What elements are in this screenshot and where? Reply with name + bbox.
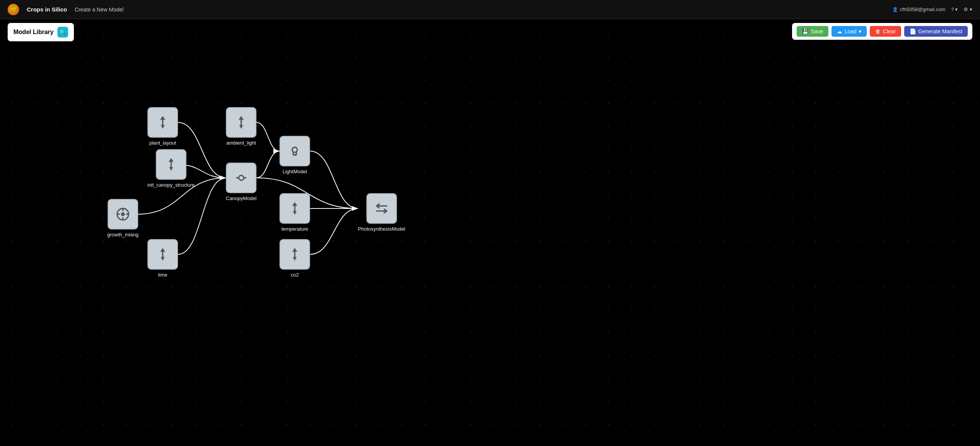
node-label-PhotosynthesisModel: PhotosynthesisModel [358, 226, 405, 232]
node-growth_mlang[interactable]: growth_mlang [107, 199, 139, 238]
help-button[interactable]: ? ▾ [951, 7, 958, 12]
node-LightModel[interactable]: LightModel [279, 136, 310, 174]
clear-button[interactable]: 🗑 Clear [870, 26, 901, 37]
connection-time-to-CanopyModel [178, 178, 226, 254]
manifest-icon: 📄 [910, 28, 916, 34]
app-logo: 🌱 [8, 4, 19, 15]
save-button[interactable]: 💾 Save [797, 26, 828, 37]
load-button[interactable]: ☁ Load ▾ [831, 26, 867, 37]
node-box-growth_mlang[interactable] [108, 199, 138, 230]
svg-point-3 [292, 147, 297, 152]
node-box-LightModel[interactable] [279, 136, 310, 166]
connection-ambient_light-to-LightModel [256, 122, 279, 151]
settings-button[interactable]: ⚙ ▾ [964, 7, 972, 12]
user-email[interactable]: cfh5058@gmail.com [892, 7, 946, 12]
node-box-temperature[interactable] [279, 193, 310, 224]
model-canvas: plant_layoutinit_canopy_structuregrowth_… [0, 19, 980, 446]
node-label-growth_mlang: growth_mlang [107, 232, 139, 238]
node-label-LightModel: LightModel [283, 169, 307, 174]
node-init_canopy_structure[interactable]: init_canopy_structure [147, 149, 195, 188]
node-box-init_canopy_structure[interactable] [156, 149, 186, 180]
connection-LightModel-to-PhotosynthesisModel [310, 151, 358, 208]
toolbar: 💾 Save ☁ Load ▾ 🗑 Clear 📄 Generate Manif… [792, 23, 972, 40]
node-label-ambient_light: ambient_light [226, 140, 256, 146]
save-icon: 💾 [802, 28, 808, 34]
node-box-time[interactable] [147, 239, 178, 270]
load-dropdown-icon: ▾ [859, 28, 861, 34]
top-navigation: 🌱 Crops in Silico Create a New Model cfh… [0, 0, 980, 19]
connection-CanopyModel-to-LightModel [256, 151, 279, 178]
nav-right: cfh5058@gmail.com ? ▾ ⚙ ▾ [892, 7, 972, 12]
save-label: Save [811, 28, 823, 34]
node-label-init_canopy_structure: init_canopy_structure [147, 182, 195, 188]
model-library-label: Model Library [13, 29, 54, 36]
connections-layer [0, 19, 980, 446]
node-PhotosynthesisModel[interactable]: PhotosynthesisModel [358, 193, 405, 232]
node-ambient_light[interactable]: ambient_light [226, 107, 256, 146]
node-label-temperature: temperature [281, 226, 308, 232]
model-library-search-button[interactable]: 🔍 [57, 27, 68, 37]
clear-icon: 🗑 [875, 28, 880, 34]
node-box-CanopyModel[interactable] [226, 163, 256, 193]
load-label: Load [844, 28, 856, 34]
connection-co2-to-PhotosynthesisModel [310, 208, 358, 254]
node-co2[interactable]: co2 [279, 239, 310, 278]
node-time[interactable]: time [147, 239, 178, 278]
node-box-plant_layout[interactable] [147, 107, 178, 138]
node-label-time: time [158, 272, 168, 278]
app-title: Crops in Silico [27, 6, 67, 13]
nav-create-model[interactable]: Create a New Model [75, 7, 124, 13]
node-label-CanopyModel: CanopyModel [226, 195, 256, 201]
clear-label: Clear [883, 28, 895, 34]
node-label-co2: co2 [291, 272, 299, 278]
generate-manifest-button[interactable]: 📄 Generate Manifest [904, 26, 968, 37]
svg-point-2 [121, 212, 125, 216]
node-CanopyModel[interactable]: CanopyModel [226, 163, 256, 201]
manifest-label: Generate Manifest [918, 28, 962, 34]
node-box-PhotosynthesisModel[interactable] [366, 193, 397, 224]
node-plant_layout[interactable]: plant_layout [147, 107, 178, 146]
node-box-ambient_light[interactable] [226, 107, 256, 138]
load-icon: ☁ [837, 28, 842, 34]
model-library-panel: Model Library 🔍 [8, 23, 74, 41]
node-temperature[interactable]: temperature [279, 193, 310, 232]
node-label-plant_layout: plant_layout [149, 140, 176, 146]
node-box-co2[interactable] [279, 239, 310, 270]
